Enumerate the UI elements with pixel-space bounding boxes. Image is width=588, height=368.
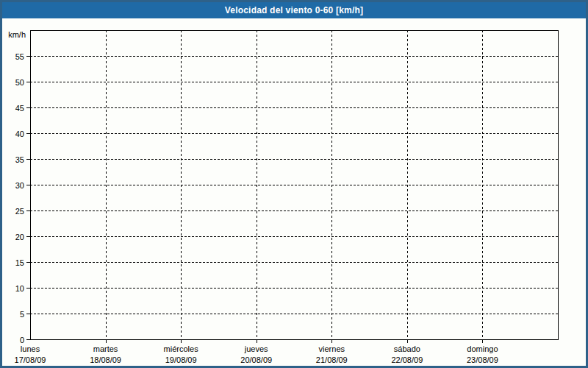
x-date-label: 18/08/09 xyxy=(90,355,121,364)
x-day-label: martes xyxy=(93,344,118,353)
x-day-label: sábado xyxy=(394,344,420,353)
wind-chart-svg: 0510152025303540455055lunes17/08/09marte… xyxy=(2,18,586,366)
x-date-label: 21/08/09 xyxy=(316,355,348,364)
y-tick-label: 50 xyxy=(15,78,24,87)
y-tick-label: 15 xyxy=(15,258,24,267)
y-tick-label: 30 xyxy=(15,181,24,190)
y-tick-label: 45 xyxy=(15,104,24,113)
chart-title-bar: Velocidad del viento 0-60 [km/h] xyxy=(2,2,586,18)
chart-window: Velocidad del viento 0-60 [km/h] 0510152… xyxy=(0,0,588,368)
x-date-label: 22/08/09 xyxy=(391,355,423,364)
x-date-label: 19/08/09 xyxy=(165,355,197,364)
y-tick-label: 35 xyxy=(15,155,24,164)
y-tick-label: 25 xyxy=(15,207,24,216)
x-day-label: lunes xyxy=(21,344,40,353)
y-axis-unit-label: km/h xyxy=(8,30,26,39)
chart-title: Velocidad del viento 0-60 [km/h] xyxy=(225,5,363,15)
x-day-label: miércoles xyxy=(164,344,199,353)
y-tick-label: 20 xyxy=(15,233,24,241)
y-tick-label: 5 xyxy=(20,310,24,319)
x-date-label: 20/08/09 xyxy=(240,355,272,364)
x-day-label: jueves xyxy=(244,344,268,353)
chart-area: 0510152025303540455055lunes17/08/09marte… xyxy=(2,18,586,366)
y-tick-label: 10 xyxy=(15,284,24,293)
y-tick-label: 40 xyxy=(15,130,24,138)
y-tick-label: 55 xyxy=(15,52,24,61)
x-date-label: 23/08/09 xyxy=(467,355,498,364)
y-tick-label: 0 xyxy=(20,336,24,344)
x-date-label: 17/08/09 xyxy=(15,355,46,364)
x-day-label: domingo xyxy=(467,344,498,353)
x-day-label: viernes xyxy=(319,344,345,353)
